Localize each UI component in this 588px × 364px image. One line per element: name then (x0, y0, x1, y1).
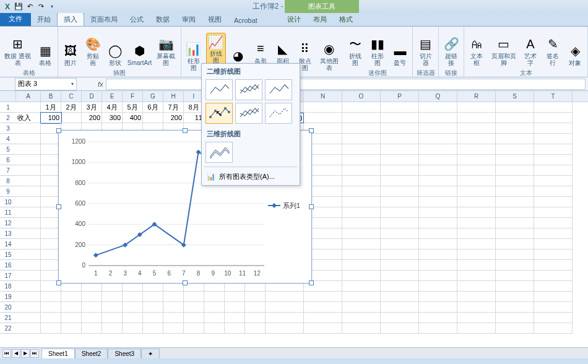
cell[interactable] (143, 323, 163, 334)
cell[interactable] (457, 113, 496, 123)
cell[interactable] (204, 323, 225, 334)
row-header-10[interactable]: 10 (0, 197, 16, 207)
cell[interactable] (534, 218, 573, 228)
cell[interactable] (496, 102, 534, 113)
col-header-D[interactable]: D (82, 91, 102, 102)
line-chart-option-2[interactable] (235, 79, 262, 100)
cell[interactable] (534, 239, 573, 249)
cell[interactable] (496, 218, 534, 228)
picture-button[interactable]: 🖼图片 (61, 28, 80, 67)
cell[interactable] (342, 165, 381, 176)
cell[interactable] (342, 281, 381, 292)
cell[interactable] (419, 102, 457, 113)
cell[interactable] (61, 113, 82, 123)
tab-layout[interactable]: 布局 (307, 13, 333, 26)
cell[interactable] (534, 271, 573, 281)
cell[interactable] (534, 228, 573, 239)
cell[interactable] (419, 271, 457, 281)
cell[interactable] (496, 281, 534, 292)
cell[interactable] (204, 313, 225, 323)
cell[interactable] (496, 239, 534, 249)
cell[interactable] (163, 323, 184, 334)
cell[interactable] (419, 228, 457, 239)
row-header-18[interactable]: 18 (0, 281, 16, 292)
tab-format[interactable]: 格式 (333, 13, 359, 26)
cell[interactable] (143, 292, 163, 302)
cell[interactable] (419, 144, 457, 155)
cell[interactable] (16, 260, 41, 271)
cell[interactable] (381, 197, 419, 207)
column-chart-button[interactable]: 📊柱形图 (184, 33, 204, 72)
cell[interactable] (16, 249, 41, 260)
cell[interactable] (419, 186, 457, 197)
cell[interactable] (16, 218, 41, 228)
cell[interactable] (61, 292, 82, 302)
cell[interactable]: 7月 (163, 102, 184, 113)
cell[interactable] (496, 302, 534, 313)
cell[interactable] (496, 144, 534, 155)
cell[interactable] (342, 271, 381, 281)
sheet-tab-2[interactable]: Sheet2 (75, 349, 108, 358)
cell[interactable] (419, 260, 457, 271)
col-header-N[interactable]: N (304, 91, 342, 102)
row-header-20[interactable]: 20 (0, 302, 16, 313)
cell[interactable] (41, 323, 61, 334)
cell[interactable] (534, 313, 573, 323)
cell[interactable] (102, 323, 123, 334)
cell[interactable] (419, 123, 457, 134)
cell[interactable] (342, 313, 381, 323)
cell[interactable] (342, 197, 381, 207)
cell[interactable] (304, 313, 342, 323)
cell[interactable] (163, 313, 184, 323)
cell[interactable] (496, 113, 534, 123)
cell[interactable] (184, 292, 204, 302)
cell[interactable] (496, 271, 534, 281)
cell[interactable] (61, 323, 82, 334)
sheet-tab-new[interactable]: ✦ (141, 349, 160, 358)
sparkline-button[interactable]: 〜折线图 (345, 28, 365, 67)
cell[interactable] (304, 102, 342, 113)
col-header-P[interactable]: P (381, 91, 419, 102)
name-box[interactable]: 图表 3 ▾ (15, 78, 77, 90)
line-chart-option-6[interactable] (265, 103, 292, 124)
cell[interactable]: 200 (82, 113, 102, 123)
cell[interactable] (381, 302, 419, 313)
line-chart-3d-option[interactable] (205, 142, 233, 163)
cell[interactable] (496, 313, 534, 323)
cell[interactable] (419, 207, 457, 218)
cell[interactable]: 6月 (143, 102, 163, 113)
cell[interactable] (245, 313, 266, 323)
cell[interactable] (534, 123, 573, 134)
winloss-button[interactable]: ▬盈亏 (390, 28, 410, 67)
cell[interactable]: 收入 (16, 113, 41, 123)
cell[interactable] (304, 302, 342, 313)
sheet-nav-next[interactable]: ▶ (21, 349, 30, 358)
cell[interactable] (16, 302, 41, 313)
cell[interactable] (534, 281, 573, 292)
cell[interactable] (342, 228, 381, 239)
cell[interactable] (16, 313, 41, 323)
cell[interactable] (184, 323, 204, 334)
row-header-16[interactable]: 16 (0, 260, 16, 271)
cell[interactable] (266, 302, 304, 313)
cell[interactable] (457, 323, 496, 334)
line-chart-option-1[interactable] (205, 79, 233, 100)
cell[interactable] (419, 165, 457, 176)
cell[interactable] (82, 292, 102, 302)
col-header-T[interactable]: T (534, 91, 573, 102)
cell[interactable] (123, 302, 143, 313)
cell[interactable] (342, 155, 381, 165)
cell[interactable] (61, 313, 82, 323)
cell[interactable] (457, 186, 496, 197)
sheet-nav-last[interactable]: ⏭ (30, 349, 39, 358)
cell[interactable] (381, 134, 419, 144)
cell[interactable] (534, 176, 573, 186)
cell[interactable] (381, 228, 419, 239)
cell[interactable] (16, 323, 41, 334)
cell[interactable] (496, 207, 534, 218)
tab-formulas[interactable]: 公式 (124, 13, 150, 26)
cell[interactable]: 2月 (61, 102, 82, 113)
row-header-11[interactable]: 11 (0, 207, 16, 218)
cell[interactable] (245, 292, 266, 302)
cell[interactable] (342, 102, 381, 113)
